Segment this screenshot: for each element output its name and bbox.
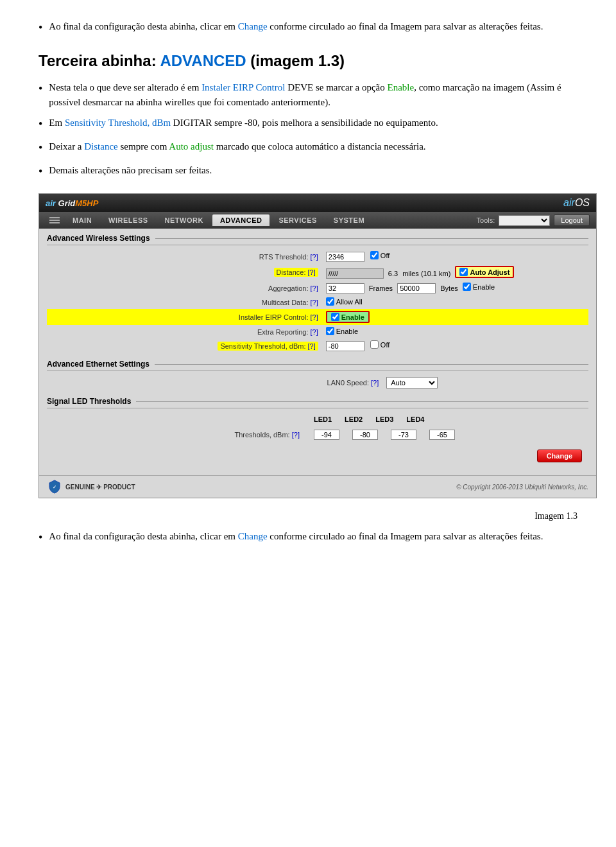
led3-header: LED3	[369, 414, 400, 424]
ethernet-title-bar: Advanced Ethernet Settings	[47, 360, 588, 371]
logout-button[interactable]: Logout	[554, 214, 590, 226]
sensitivity-input[interactable]	[326, 341, 364, 351]
nav-tab-advanced[interactable]: ADVANCED	[212, 214, 270, 226]
aggregation-input[interactable]	[326, 283, 364, 293]
bullet2-text: Em Sensitivity Threshold, dBm DIGITAR se…	[49, 116, 438, 130]
led-header-labels: LED1 LED2 LED3 LED4	[307, 414, 431, 424]
ethernet-section-title: Advanced Ethernet Settings	[47, 360, 150, 369]
lan-help[interactable]: [?]	[371, 379, 379, 387]
rts-off-checkbox[interactable]	[370, 251, 379, 259]
led1-value-cell	[307, 428, 346, 441]
aggregation-enable-checkbox[interactable]	[463, 283, 471, 291]
led-threshold-label: Thresholds, dBm: [?]	[175, 426, 304, 443]
eirp-link[interactable]: Instaler EIRP Control	[201, 82, 285, 92]
intro-bullet: Ao final da configuração desta abinha, c…	[38, 19, 578, 37]
lan-select[interactable]: Auto	[386, 377, 438, 389]
extra-enable-label: Enable	[336, 327, 358, 335]
genuine-badge: ✓ GENUINE ✈ PRODUCT	[47, 479, 135, 494]
tools-select[interactable]	[499, 215, 550, 226]
led2-input[interactable]	[352, 430, 378, 440]
led-header-row: LED1 LED2 LED3 LED4	[47, 412, 588, 426]
bullet3: Deixar a Distance sempre com Auto adjust…	[38, 139, 578, 157]
lan-value-cell: Auto	[382, 375, 588, 390]
wireless-section-line	[155, 238, 588, 239]
lan-row: LAN0 Speed: [?] Auto	[47, 375, 588, 390]
image-caption: Imagem 1.3	[38, 511, 578, 521]
distance-label: Distance: [?]	[175, 264, 322, 281]
distance-value-cell: 6.3 miles (10.1 km) Auto Adjust	[322, 264, 588, 281]
multicast-checkbox[interactable]	[326, 297, 334, 306]
aggregation-frames-input[interactable]	[397, 283, 436, 293]
auto-adjust-checkbox[interactable]	[459, 268, 468, 276]
nav-icon[interactable]	[46, 214, 64, 227]
svg-text:✓: ✓	[53, 485, 56, 489]
bullet3-text: Deixar a Distance sempre com Auto adjust…	[49, 139, 425, 154]
distance-label-highlight: Distance: [?]	[274, 268, 318, 277]
led4-input[interactable]	[429, 430, 455, 440]
led-threshold-help[interactable]: [?]	[292, 431, 300, 439]
shield-icon: ✓	[47, 479, 62, 494]
eirp-help[interactable]: [?]	[311, 313, 318, 321]
eirp-label: Installer EIRP Control: [?]	[175, 309, 322, 325]
intro-change-link[interactable]: Change	[238, 21, 268, 31]
device-footer: ✓ GENUINE ✈ PRODUCT © Copyright 2006-201…	[39, 475, 596, 498]
extra-row: Extra Reporting: [?] Enable	[47, 325, 588, 338]
led-section-title: Signal LED Thresholds	[47, 397, 131, 406]
aggregation-help[interactable]: [?]	[311, 284, 318, 292]
auto-adjust-link[interactable]: Auto adjust	[169, 141, 214, 152]
led4-header: LED4	[400, 414, 431, 424]
extra-checkbox[interactable]	[326, 327, 334, 335]
outro-bullet: Ao final da configuração desta abinha, c…	[38, 529, 578, 546]
led3-input[interactable]	[391, 430, 416, 440]
sensitivity-row: Sensitivity Threshold, dBm: [?] Off	[47, 338, 588, 353]
nav-tab-wireless[interactable]: WIRELESS	[101, 214, 155, 226]
lan-label: LAN0 Speed: [?]	[175, 375, 382, 390]
advanced-link[interactable]: ADVANCED	[160, 52, 246, 69]
section-heading: Terceira abinha: ADVANCED (imagem 1.3)	[38, 52, 578, 70]
auto-adjust-label: Auto Adjust	[470, 268, 509, 276]
multicast-label: Multicast Data: [?]	[175, 295, 322, 309]
distance-link[interactable]: Distance	[84, 141, 117, 152]
tools-label: Tools:	[477, 216, 495, 224]
device-nav: MAIN WIRELESS NETWORK ADVANCED SERVICES …	[39, 212, 596, 229]
led1-input[interactable]	[314, 430, 339, 440]
aggregation-row: Aggregation: [?] Frames Bytes Enable	[47, 281, 588, 295]
led-title-bar: Signal LED Thresholds	[47, 397, 588, 408]
led3-value-cell	[384, 428, 423, 441]
device-body: Advanced Wireless Settings RTS Threshold…	[39, 229, 596, 475]
led1-header: LED1	[307, 414, 338, 424]
multicast-help[interactable]: [?]	[311, 299, 318, 306]
sensitivity-link[interactable]: Sensitivity Threshold, dBm	[65, 118, 171, 128]
bullet4: Demais alterações não precisam ser feita…	[38, 163, 578, 180]
rts-label: RTS Threshold: [?]	[175, 249, 322, 264]
sensitivity-help[interactable]: [?]	[308, 342, 316, 350]
multicast-row: Multicast Data: [?] Allow All	[47, 295, 588, 309]
change-button[interactable]: Change	[537, 450, 582, 462]
nav-tab-services[interactable]: SERVICES	[271, 214, 324, 226]
nav-tab-network[interactable]: NETWORK	[157, 214, 211, 226]
wireless-title-bar: Advanced Wireless Settings	[47, 234, 588, 245]
extra-help[interactable]: [?]	[311, 328, 318, 336]
led2-header: LED2	[338, 414, 369, 424]
enable-link[interactable]: Enable	[387, 82, 414, 92]
led-value-row	[307, 428, 461, 441]
led2-value-cell	[346, 428, 384, 441]
logo-air2: air	[563, 197, 575, 208]
distance-row: Distance: [?] 6.3 miles (10.1 km) Auto A…	[47, 264, 588, 281]
led-headers-cell: LED1 LED2 LED3 LED4	[304, 412, 588, 426]
aggregation-value-cell: Frames Bytes Enable	[322, 281, 588, 295]
eirp-checkbox[interactable]	[331, 313, 339, 321]
rts-input[interactable]	[326, 252, 364, 262]
nav-tab-main[interactable]: MAIN	[65, 214, 99, 226]
logo-air: air	[46, 198, 56, 208]
distance-input[interactable]	[326, 268, 384, 279]
led-header-table: LED1 LED2 LED3 LED4	[307, 414, 431, 424]
led-form-table: LED1 LED2 LED3 LED4 Thresholds, dBm: [?	[47, 412, 588, 443]
rts-help[interactable]: [?]	[311, 253, 318, 261]
sensitivity-value-cell: Off	[322, 338, 588, 353]
nav-tab-system[interactable]: SYSTEM	[326, 214, 372, 226]
wireless-form-table: RTS Threshold: [?] Off	[47, 249, 588, 353]
distance-help[interactable]: [?]	[308, 268, 316, 276]
outro-change-link[interactable]: Change	[238, 531, 268, 541]
sensitivity-off-checkbox[interactable]	[370, 340, 379, 349]
